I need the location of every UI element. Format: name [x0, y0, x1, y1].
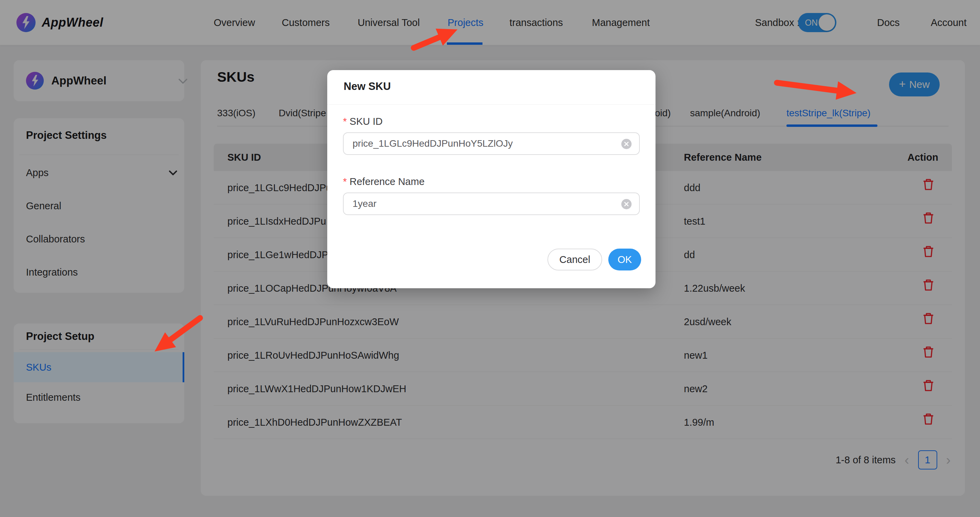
- required-asterisk: *: [343, 176, 347, 187]
- clear-icon[interactable]: [621, 199, 632, 209]
- reference-name-input[interactable]: 1year: [343, 192, 640, 215]
- clear-icon[interactable]: [621, 139, 632, 149]
- cancel-button[interactable]: Cancel: [547, 248, 602, 270]
- sku-id-input[interactable]: price_1LGLc9HedDJPunHoY5LZlOJy: [343, 132, 640, 155]
- modal-title: New SKU: [344, 80, 391, 93]
- ok-button[interactable]: OK: [608, 248, 641, 270]
- reference-name-value: 1year: [353, 193, 377, 215]
- new-sku-modal: New SKU *SKU ID price_1LGLc9HedDJPunHoY5…: [327, 70, 655, 288]
- required-asterisk: *: [343, 116, 347, 127]
- divider: [327, 104, 655, 105]
- sku-id-label: *SKU ID: [343, 116, 383, 127]
- sku-id-value: price_1LGLc9HedDJPunHoY5LZlOJy: [353, 133, 512, 154]
- reference-name-label: *Reference Name: [343, 176, 425, 188]
